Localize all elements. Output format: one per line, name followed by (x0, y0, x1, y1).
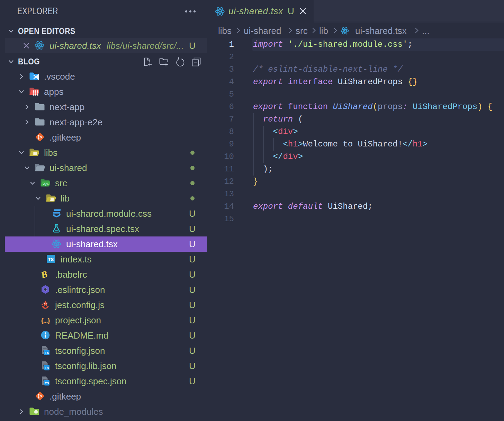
svg-text:TS: TS (45, 366, 49, 370)
svg-text:{...}: {...} (41, 317, 50, 324)
svg-text:B: B (40, 269, 48, 279)
svg-text:</>: </> (43, 182, 49, 186)
svg-text:TS: TS (45, 381, 49, 385)
svg-text:TS: TS (48, 257, 54, 262)
svg-text:TS: TS (45, 351, 49, 355)
